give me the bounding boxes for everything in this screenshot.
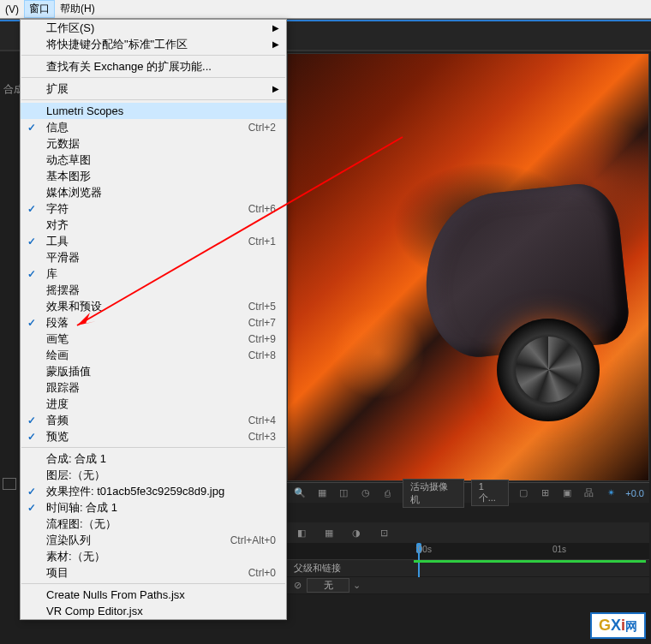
views-select[interactable]: 1个...	[471, 480, 509, 506]
menu-brushes[interactable]: 绘画Ctrl+8	[21, 347, 286, 363]
layer-track-bar[interactable]	[414, 560, 646, 563]
panel-icon	[3, 478, 16, 490]
menu-view[interactable]: (V)	[0, 2, 24, 17]
menu-essential-graphics[interactable]: 基本图形	[21, 168, 286, 184]
menu-composition[interactable]: 合成: 合成 1	[21, 450, 286, 467]
menu-project[interactable]: 项目Ctrl+0	[21, 564, 286, 581]
menu-info[interactable]: ✓信息Ctrl+2	[21, 119, 286, 135]
menu-libraries[interactable]: ✓库	[21, 265, 286, 282]
viewer-controls-bar: 🔍 ▦ ◫ ◷ ⎙ 活动摄像机 1个... ▢ ⊞ ▣ 品 ✴ +0.0	[287, 482, 649, 503]
check-icon: ✓	[27, 317, 36, 329]
menu-extensions[interactable]: 扩展▶	[21, 80, 286, 97]
chevron-right-icon: ▶	[272, 84, 279, 93]
timeline-ruler[interactable]: :00s 01s 02s	[287, 543, 649, 560]
menu-audio[interactable]: ✓音频Ctrl+4	[21, 412, 286, 428]
menu-media-browser[interactable]: 媒体浏览器	[21, 184, 286, 200]
view-icon-2[interactable]: ⊞	[537, 486, 552, 501]
check-icon: ✓	[27, 122, 36, 134]
check-icon: ✓	[27, 236, 36, 247]
tl-icon-2[interactable]: ▦	[321, 525, 337, 540]
check-icon: ✓	[27, 414, 36, 426]
view-icon-3[interactable]: ▣	[559, 486, 575, 501]
menu-smoother[interactable]: 平滑器	[21, 249, 286, 265]
timeline-layer-row[interactable]: ⊘ 无 ⌄	[287, 577, 649, 594]
menu-footage[interactable]: 素材:（无）	[21, 548, 286, 564]
exposure-icon[interactable]: ✴	[604, 486, 619, 501]
time-icon[interactable]: ◷	[358, 486, 373, 501]
grid-icon[interactable]: ▦	[314, 486, 330, 501]
check-icon: ✓	[27, 486, 36, 498]
menu-motion-sketch[interactable]: 动态草图	[21, 152, 286, 168]
check-icon: ✓	[27, 268, 36, 280]
menu-lumetri-scopes[interactable]: Lumetri Scopes	[21, 103, 286, 119]
check-icon: ✓	[27, 502, 36, 514]
chevron-right-icon: ▶	[272, 39, 279, 49]
menu-window[interactable]: 窗口	[24, 0, 55, 18]
menu-preview[interactable]: ✓预览Ctrl+3	[21, 428, 286, 444]
menu-assign-shortcut[interactable]: 将快捷键分配给"标准"工作区▶	[21, 36, 286, 52]
menu-character[interactable]: ✓字符Ctrl+6	[21, 200, 286, 217]
tl-icon-3[interactable]: ◑	[349, 525, 364, 540]
menu-layer[interactable]: 图层:（无）	[21, 467, 286, 483]
check-icon: ✓	[27, 203, 36, 215]
timeline-toolbar: ◧ ▦ ◑ ⊡	[287, 522, 649, 543]
menu-metadata[interactable]: 元数据	[21, 135, 286, 152]
parent-link-label: 父级和链接	[294, 562, 354, 575]
composition-viewer[interactable]	[287, 53, 649, 481]
menu-flowchart[interactable]: 流程图:（无）	[21, 516, 286, 532]
view-icon-1[interactable]: ▢	[516, 486, 531, 501]
snapshot-icon[interactable]: ⎙	[380, 486, 396, 501]
menu-timeline[interactable]: ✓时间轴: 合成 1	[21, 499, 286, 516]
menubar: (V) 窗口 帮助(H)	[0, 0, 651, 19]
view-icon-4[interactable]: 品	[582, 486, 597, 501]
menu-paragraph[interactable]: ✓段落Ctrl+7	[21, 314, 286, 331]
chevron-right-icon: ▶	[272, 23, 279, 33]
timeline-parent-row: 父级和链接	[287, 560, 649, 577]
menu-wiggler[interactable]: 摇摆器	[21, 282, 286, 298]
menu-vr-comp-editor[interactable]: VR Comp Editor.jsx	[21, 603, 286, 619]
menu-create-nulls[interactable]: Create Nulls From Paths.jsx	[21, 587, 286, 603]
magnify-icon[interactable]: 🔍	[292, 486, 308, 501]
menu-align[interactable]: 对齐	[21, 217, 286, 233]
menu-effects-presets[interactable]: 效果和预设Ctrl+5	[21, 298, 286, 314]
menu-help[interactable]: 帮助(H)	[55, 0, 100, 18]
tl-icon-1[interactable]: ◧	[294, 525, 309, 540]
parent-select[interactable]: 无	[307, 578, 349, 593]
menu-exchange[interactable]: 查找有关 Exchange 的扩展功能...	[21, 58, 286, 75]
menu-paint[interactable]: 画笔Ctrl+9	[21, 331, 286, 347]
link-icon[interactable]: ⊘	[294, 580, 302, 591]
window-menu-dropdown: 工作区(S)▶ 将快捷键分配给"标准"工作区▶ 查找有关 Exchange 的扩…	[20, 19, 287, 620]
menu-mask-interpolation[interactable]: 蒙版插值	[21, 363, 286, 379]
menu-progress[interactable]: 进度	[21, 396, 286, 412]
check-icon: ✓	[27, 431, 36, 443]
menu-workspace[interactable]: 工作区(S)▶	[21, 20, 286, 36]
exposure-value[interactable]: +0.0	[625, 488, 644, 498]
menu-effect-controls[interactable]: ✓效果控件: t01acb5fe3c9259c8d9.jpg	[21, 483, 286, 499]
watermark-logo: GXi网	[590, 612, 646, 639]
mask-icon[interactable]: ◫	[336, 486, 351, 501]
menu-tools[interactable]: ✓工具Ctrl+1	[21, 233, 286, 249]
tl-icon-4[interactable]: ⊡	[376, 525, 391, 540]
menu-tracker[interactable]: 跟踪器	[21, 379, 286, 396]
camera-select[interactable]: 活动摄像机	[403, 479, 464, 508]
menu-render-queue[interactable]: 渲染队列Ctrl+Alt+0	[21, 532, 286, 548]
